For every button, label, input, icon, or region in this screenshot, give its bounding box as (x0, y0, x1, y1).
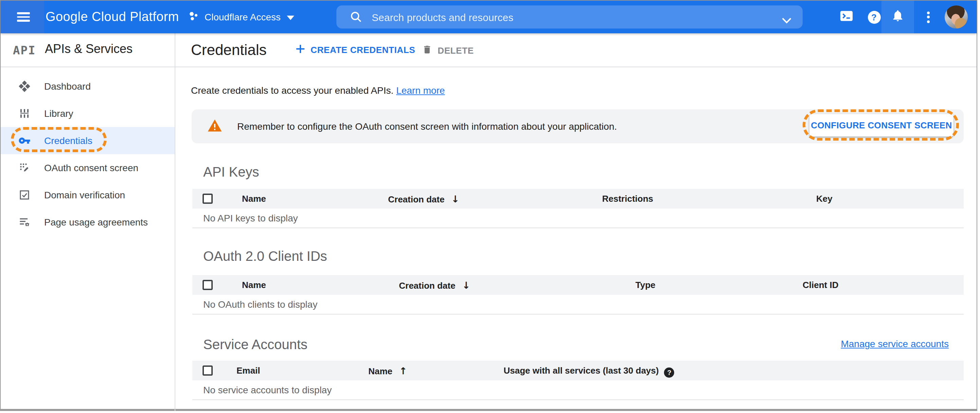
chevron-down-icon (287, 11, 294, 23)
sort-ascending-icon: ↑ (399, 365, 407, 376)
service-accounts-title: Service Accounts (203, 337, 307, 353)
api-keys-header-row: Name Creation date↓ Restrictions Key (192, 189, 964, 208)
usage-help-icon[interactable]: ? (664, 367, 675, 378)
sidebar-item-label: Domain verification (44, 181, 125, 208)
list-gear-icon (18, 216, 30, 228)
learn-more-link[interactable]: Learn more (396, 85, 445, 96)
top-app-bar: Google Cloud Platform Cloudflare Access (1, 1, 977, 33)
column-email: Email (237, 365, 260, 376)
trash-icon (422, 44, 432, 57)
help-button[interactable]: ? (861, 1, 888, 33)
sidebar-item-label: Credentials (44, 127, 92, 154)
cloud-shell-icon (840, 10, 853, 24)
sidebar-item-label: Dashboard (44, 73, 91, 100)
delete-button[interactable]: DELETE (422, 44, 474, 57)
key-icon (18, 135, 30, 147)
column-name: Name (242, 194, 266, 204)
sidebar-item-credentials[interactable]: Credentials (1, 127, 175, 154)
column-creation-date[interactable]: Creation date↓ (388, 194, 460, 205)
configure-consent-screen-button[interactable]: CONFIGURE CONSENT SCREEN (810, 114, 953, 137)
header-divider (1, 67, 977, 67)
plus-icon (296, 44, 305, 56)
intro-line: Create credentials to access your enable… (191, 85, 445, 96)
sidebar-item-page-usage-agreements[interactable]: Page usage agreements (1, 208, 175, 236)
column-creation-date[interactable]: Creation date↓ (399, 280, 470, 291)
manage-service-accounts-link[interactable]: Manage service accounts (841, 338, 949, 349)
sidebar-title: APIs & Services (45, 42, 132, 56)
sidebar-item-dashboard[interactable]: Dashboard (1, 73, 175, 100)
user-avatar[interactable] (945, 5, 968, 29)
checkbox-check-icon (18, 189, 30, 201)
sidebar-item-label: Page usage agreements (44, 208, 148, 236)
search-bar (336, 5, 803, 29)
service-accounts-empty-text: No service accounts to display (203, 380, 332, 400)
warning-message: Remember to configure the OAuth consent … (237, 121, 617, 132)
hamburger-menu-icon[interactable] (17, 12, 30, 22)
create-credentials-label: CREATE CREDENTIALS (310, 45, 415, 55)
consent-screen-icon (18, 162, 30, 174)
select-all-checkbox[interactable] (202, 365, 213, 376)
api-keys-empty-text: No API keys to display (203, 208, 298, 228)
column-name: Name (242, 280, 266, 290)
search-icon (350, 11, 362, 26)
sidebar-divider (175, 33, 175, 411)
sort-descending-icon: ↓ (462, 280, 470, 291)
cloud-shell-button[interactable] (832, 1, 860, 33)
select-all-checkbox[interactable] (202, 280, 213, 290)
project-name: Cloudflare Access (205, 11, 281, 22)
oauth-warning-banner: Remember to configure the OAuth consent … (192, 110, 964, 143)
service-accounts-header-row: Email Name↑ Usage with all services (las… (192, 361, 964, 380)
notifications-button[interactable] (884, 1, 912, 33)
warning-icon (207, 119, 222, 135)
search-expand-chevron-icon[interactable] (781, 14, 792, 27)
column-key: Key (816, 194, 832, 204)
sidebar-item-domain-verification[interactable]: Domain verification (1, 181, 175, 208)
overflow-menu-icon[interactable] (915, 1, 942, 33)
oauth-clients-empty-text: No OAuth clients to display (203, 295, 317, 315)
sidebar-item-oauth-consent-screen[interactable]: OAuth consent screen (1, 154, 175, 181)
screenshot-stage: Google Cloud Platform Cloudflare Access (0, 0, 980, 413)
column-restrictions: Restrictions (602, 194, 653, 204)
sidebar-item-library[interactable]: Library (1, 100, 175, 127)
service-accounts-empty-row: No service accounts to display (192, 380, 964, 400)
dashboard-icon (18, 80, 30, 92)
column-usage: Usage with all services (last 30 days)? (504, 365, 675, 378)
oauth-clients-header-row: Name Creation date↓ Type Client ID (192, 275, 964, 295)
sidebar-item-label: OAuth consent screen (44, 154, 138, 181)
api-product-logo: API (13, 43, 36, 57)
product-name: Google Cloud Platform (46, 1, 179, 33)
api-keys-title: API Keys (203, 164, 259, 180)
oauth-clients-empty-row: No OAuth clients to display (192, 295, 964, 315)
column-name[interactable]: Name↑ (368, 365, 407, 376)
delete-label: DELETE (438, 46, 474, 56)
column-type: Type (635, 280, 655, 290)
column-client-id: Client ID (803, 280, 838, 290)
select-all-checkbox[interactable] (202, 194, 213, 204)
bell-icon (891, 9, 905, 25)
help-icon: ? (867, 11, 880, 24)
intro-text: Create credentials to access your enable… (191, 85, 393, 96)
search-input[interactable] (372, 5, 752, 29)
sidebar-item-label: Library (44, 100, 73, 127)
library-icon (18, 107, 30, 119)
api-keys-empty-row: No API keys to display (192, 208, 964, 228)
page-title: Credentials (191, 41, 267, 59)
create-credentials-button[interactable]: CREATE CREDENTIALS (296, 44, 415, 56)
sort-descending-icon: ↓ (451, 194, 459, 205)
oauth-clients-title: OAuth 2.0 Client IDs (203, 249, 327, 264)
project-selector[interactable]: Cloudflare Access (188, 1, 294, 33)
browser-page: Google Cloud Platform Cloudflare Access (0, 0, 977, 411)
project-icon (188, 11, 199, 24)
